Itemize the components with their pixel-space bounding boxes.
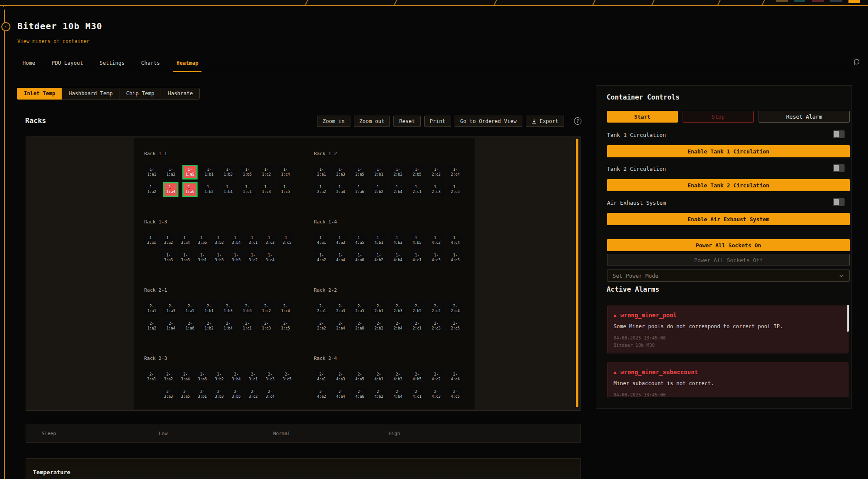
miner-cell-2-1-a5[interactable]: 2-1:a5 [182,301,198,316]
zoom-in-button[interactable]: Zoom in [317,116,350,127]
miner-cell-1-2-a2[interactable]: 1-2:a2 [314,182,329,197]
miner-cell-1-4-a1[interactable]: 1-4:a1 [314,233,329,248]
miner-cell-1-1-c4[interactable]: 1-1:c4 [278,165,293,180]
miner-cell-1-3-b4[interactable]: 1-3:b4 [229,233,244,248]
zoom-out-button[interactable]: Zoom out [354,116,390,127]
miner-cell-1-1-b5[interactable]: 1-1:b5 [240,165,255,180]
miner-cell-2-2-c5[interactable]: 2-2:c5 [448,319,463,333]
miner-cell-2-3-c3[interactable]: 2-3:c3 [263,369,277,384]
miner-cell-2-1-c4[interactable]: 2-1:c4 [278,301,293,316]
miner-cell-1-2-a4[interactable]: 1-2:a4 [333,182,348,197]
miner-cell-1-2-b5[interactable]: 1-2:b5 [409,165,425,180]
miner-cell-2-4-b2[interactable]: 2-4:b2 [371,387,386,402]
miner-cell-2-3-c2[interactable]: 2-3:c2 [246,387,261,402]
miner-cell-1-4-c5[interactable]: 1-4:c5 [448,250,463,265]
miner-cell-1-2-c4[interactable]: 1-2:c4 [448,165,463,180]
miner-cell-2-4-a4[interactable]: 2-4:a4 [333,387,348,402]
miner-cell-2-3-a1[interactable]: 2-3:a1 [144,369,159,384]
miner-cell-2-1-a4[interactable]: 2-1:a4 [163,319,178,333]
miner-cell-2-3-a4[interactable]: 2-3:a4 [178,369,193,384]
miner-cell-1-4-b5[interactable]: 1-4:b5 [409,233,425,248]
miner-cell-1-3-a2[interactable]: 1-3:a2 [161,233,176,248]
miner-cell-2-3-a6[interactable]: 2-3:a6 [195,369,210,384]
miner-cell-1-3-c4[interactable]: 1-3:c4 [263,250,277,265]
miner-cell-2-1-a2[interactable]: 2-1:a2 [144,319,159,333]
mode-tab-hashboard-temp[interactable]: Hashboard Temp [62,88,119,100]
miner-cell-1-2-a5[interactable]: 1-2:a5 [352,165,367,180]
alarm-card-wrong-miner-pool[interactable]: ▲wrong_miner_poolSome Miner pools do not… [607,306,848,353]
miner-cell-2-2-c3[interactable]: 2-2:c3 [429,319,444,333]
miner-cell-2-1-a6[interactable]: 2-1:a6 [182,319,198,333]
miner-cell-2-4-a2[interactable]: 2-4:a2 [314,387,329,402]
miner-cell-2-4-c2[interactable]: 2-4:c2 [429,369,444,384]
miner-cell-2-1-c1[interactable]: 2-1:c1 [240,319,255,333]
print-button[interactable]: Print [424,116,451,127]
miner-cell-2-4-a3[interactable]: 2-4:a3 [333,369,348,384]
mode-tab-inlet-temp[interactable]: Inlet Temp [17,88,62,100]
miner-cell-2-2-b4[interactable]: 2-2:b4 [390,319,406,333]
miner-cell-1-3-b5[interactable]: 1-3:b5 [229,250,244,265]
miner-cell-1-1-a3[interactable]: 1-1:a3 [163,165,178,180]
ordered-view-button[interactable]: Go to Ordered View [455,116,522,127]
miner-cell-1-3-b1[interactable]: 1-3:b1 [195,250,210,265]
miner-cell-2-1-b4[interactable]: 2-1:b4 [221,319,236,333]
miner-cell-1-1-c1[interactable]: 1-1:c1 [240,182,255,197]
miner-cell-1-4-c4[interactable]: 1-4:c4 [448,233,463,248]
alarms-scrollbar[interactable] [847,305,849,332]
miner-cell-1-4-a4[interactable]: 1-4:a4 [333,250,348,265]
miner-cell-1-1-a6[interactable]: 1-1:a6 [182,182,198,197]
miner-cell-2-2-b3[interactable]: 2-2:b3 [390,301,406,316]
miner-cell-2-2-b2[interactable]: 2-2:b2 [371,319,386,333]
miner-cell-2-4-c4[interactable]: 2-4:c4 [448,369,463,384]
export-button[interactable]: Export [526,116,564,127]
miner-cell-1-1-a1[interactable]: 1-1:a1 [144,165,159,180]
miner-cell-1-4-a6[interactable]: 1-4:a6 [352,250,367,265]
miner-cell-1-3-a1[interactable]: 1-3:a1 [144,233,159,248]
miner-cell-1-2-b1[interactable]: 1-2:b1 [371,165,386,180]
miner-cell-2-2-a5[interactable]: 2-2:a5 [352,301,367,316]
miner-cell-2-3-a3[interactable]: 2-3:a3 [161,387,176,402]
miner-cell-1-3-c2[interactable]: 1-3:c2 [246,250,261,265]
miner-cell-2-4-a5[interactable]: 2-4:a5 [352,369,367,384]
start-button[interactable]: Start [607,111,678,123]
miner-cell-1-1-c5[interactable]: 1-1:c5 [278,182,293,197]
miner-cell-1-1-a4[interactable]: 1-1:a4 [163,182,178,197]
miner-cell-2-2-a1[interactable]: 2-2:a1 [314,301,329,316]
miner-cell-2-1-b1[interactable]: 2-1:b1 [201,301,217,316]
miner-cell-1-2-c2[interactable]: 1-2:c2 [429,165,444,180]
miner-cell-1-2-c5[interactable]: 1-2:c5 [448,182,463,197]
miner-cell-2-3-b2[interactable]: 2-3:b2 [212,369,227,384]
miner-cell-2-1-b5[interactable]: 2-1:b5 [240,301,255,316]
alarm-card-wrong-miner-subaccount[interactable]: ▲wrong_miner_subaccountMiner subaccount … [607,363,848,397]
miner-cell-1-4-b4[interactable]: 1-4:b4 [390,250,406,265]
miner-cell-1-4-a3[interactable]: 1-4:a3 [333,233,348,248]
miner-cell-2-4-b1[interactable]: 2-4:b1 [371,369,386,384]
mode-tab-chip-temp[interactable]: Chip Temp [119,88,161,100]
miner-cell-2-2-b5[interactable]: 2-2:b5 [409,301,425,316]
miner-cell-1-2-c1[interactable]: 1-2:c1 [409,182,425,197]
set-power-mode-select[interactable]: Set Power Mode [607,269,850,282]
miner-cell-2-1-a1[interactable]: 2-1:a1 [144,301,159,316]
miner-cell-1-3-a3[interactable]: 1-3:a3 [161,250,176,265]
miner-cell-1-2-b2[interactable]: 1-2:b2 [371,182,386,197]
miner-cell-1-4-a5[interactable]: 1-4:a5 [352,233,367,248]
miner-cell-2-4-a6[interactable]: 2-4:a6 [352,387,367,402]
miner-cell-2-1-c2[interactable]: 2-1:c2 [259,301,274,316]
miner-cell-1-3-c1[interactable]: 1-3:c1 [246,233,261,248]
miner-cell-1-1-a5[interactable]: 1-1:a5 [182,165,198,180]
miner-cell-1-3-a6[interactable]: 1-3:a6 [195,233,210,248]
tank-2-circulation-toggle[interactable] [833,164,845,172]
miner-cell-1-1-b2[interactable]: 1-1:b2 [201,182,217,197]
power-all-sockets-off-button[interactable]: Power All Sockets Off [607,254,850,266]
enable-tank-2-circulation-button[interactable]: Enable Tank 2 Circulation [607,179,850,191]
miner-cell-1-2-a3[interactable]: 1-2:a3 [333,165,348,180]
back-button[interactable]: ‹ [1,22,10,31]
reset-button[interactable]: Reset [393,116,420,127]
miner-cell-2-3-c5[interactable]: 2-3:c5 [280,369,294,384]
miner-cell-1-4-b2[interactable]: 1-4:b2 [371,250,386,265]
miner-cell-1-1-c3[interactable]: 1-1:c3 [259,182,274,197]
miner-cell-2-1-c3[interactable]: 2-1:c3 [259,319,274,333]
miner-cell-1-4-b1[interactable]: 1-4:b1 [371,233,386,248]
miner-cell-1-1-a2[interactable]: 1-1:a2 [144,182,159,197]
miner-cell-2-2-c4[interactable]: 2-2:c4 [448,301,463,316]
